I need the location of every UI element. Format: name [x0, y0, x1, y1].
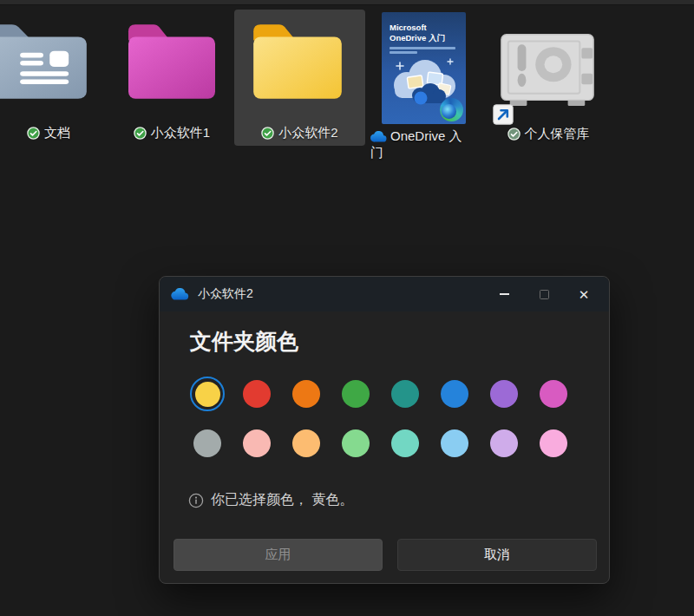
onedrive-app-icon: [171, 288, 189, 300]
pink-folder-icon: [120, 17, 224, 106]
color-swatch-row-2: [190, 426, 571, 461]
color-dot-green: [342, 380, 370, 408]
file-name-block: OneDrive 入门: [370, 128, 473, 161]
color-dot-light-blue: [441, 429, 468, 457]
minimize-button[interactable]: [484, 277, 524, 311]
dialog-heading: 文件夹颜色: [190, 327, 298, 356]
pdf-subtitle-lines: [390, 47, 455, 54]
color-swatch-blue[interactable]: [437, 377, 472, 411]
color-dot-lavender: [490, 429, 518, 457]
color-dot-yellow: [195, 382, 220, 407]
color-swatch-gray[interactable]: [190, 426, 225, 461]
close-button[interactable]: ✕: [564, 277, 604, 311]
sync-status-icon: [134, 127, 147, 140]
pdf-thumbnail: Microsoft OneDrive 入门: [382, 12, 466, 124]
color-swatch-peach[interactable]: [289, 426, 324, 461]
color-swatch-row-1: [190, 377, 571, 411]
color-swatch-yellow[interactable]: [190, 377, 225, 411]
yellow-folder-icon: [245, 17, 350, 106]
file-name: 个人保管库: [525, 126, 590, 142]
color-dot-orange: [292, 380, 320, 408]
color-swatch-light-pink[interactable]: [239, 426, 274, 461]
file-name: 文档: [44, 125, 70, 141]
sync-status-icon: [261, 127, 274, 140]
pdf-title-line1: Microsoft: [390, 23, 427, 32]
shortcut-arrow-icon: [493, 104, 514, 125]
color-swatch-red[interactable]: [239, 377, 274, 411]
cancel-button[interactable]: 取消: [397, 539, 597, 571]
window-controls: ✕: [484, 277, 604, 311]
close-icon: ✕: [579, 288, 590, 301]
maximize-icon: [540, 290, 549, 299]
color-dot-teal: [391, 380, 419, 408]
color-dot-aqua: [391, 429, 419, 457]
color-dot-blue: [441, 380, 468, 408]
minimize-icon: [500, 293, 509, 295]
color-dot-light-pink: [243, 429, 271, 457]
sync-status-icon: [27, 127, 40, 140]
color-swatch-aqua[interactable]: [388, 426, 422, 461]
color-dot-purple: [490, 380, 518, 408]
file-explorer-area: 文档 小众软件1: [0, 0, 694, 616]
dialog-titlebar[interactable]: 小众软件2 ✕: [160, 277, 609, 311]
color-swatch-green[interactable]: [338, 377, 373, 411]
color-dot-light-green: [342, 429, 370, 457]
vault-safe-icon: [496, 31, 599, 108]
pdf-title-line2: OneDrive 入门: [390, 33, 445, 43]
apply-button[interactable]: 应用: [174, 539, 383, 571]
file-name: 小众软件1: [151, 125, 210, 141]
color-swatch-purple[interactable]: [487, 377, 521, 411]
color-dot-gray: [193, 429, 221, 457]
sync-status-icon: [507, 128, 520, 141]
top-divider: [0, 0, 694, 5]
info-icon: [188, 493, 204, 508]
color-swatch-orange[interactable]: [289, 377, 324, 411]
folder-color-dialog: 小众软件2 ✕ 文件夹颜色 你已选择颜色， 黄色。 应用 取消: [159, 276, 610, 584]
selection-info-text: 你已选择颜色， 黄色。: [211, 491, 353, 509]
maximize-button[interactable]: [524, 277, 564, 311]
documents-folder-icon: [0, 17, 97, 106]
dialog-title: 小众软件2: [198, 286, 253, 302]
color-dot-peach: [292, 429, 320, 457]
color-swatch-light-green[interactable]: [338, 426, 373, 461]
file-name: 小众软件2: [278, 125, 337, 141]
color-swatch-lavender[interactable]: [487, 426, 521, 461]
color-dot-orchid: [540, 429, 567, 457]
edge-logo-icon: [440, 98, 463, 121]
color-dot-red: [243, 380, 271, 408]
color-swatch-teal[interactable]: [388, 377, 422, 411]
color-swatch-light-blue[interactable]: [437, 426, 472, 461]
color-swatch-orchid[interactable]: [536, 426, 571, 461]
color-swatch-magenta[interactable]: [536, 377, 571, 411]
color-dot-magenta: [540, 380, 567, 408]
selection-info-row: 你已选择颜色， 黄色。: [188, 491, 353, 509]
onedrive-cloud-icon: [370, 131, 387, 142]
